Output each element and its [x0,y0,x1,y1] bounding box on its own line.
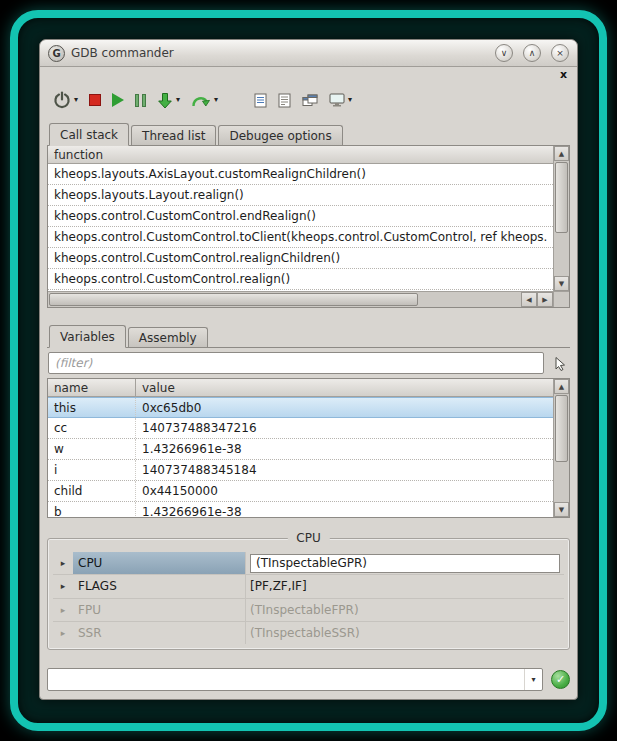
cpu-groupbox: CPU ▸ CPU ▸ FLAGS [PF,ZF,IF] [47,538,570,650]
callstack-row[interactable]: kheops.control.CustomControl.toClient(kh… [48,227,553,248]
windows-icon [302,94,318,107]
scroll-down-button[interactable]: ▼ [554,502,569,517]
column-header-function: function [48,146,109,163]
scrollbar-thumb[interactable] [555,162,568,233]
callstack-vertical-scrollbar[interactable]: ▲ ▼ [553,146,569,291]
command-input[interactable] [48,669,524,690]
expander-icon[interactable]: ▸ [53,599,73,621]
register-value-cell [245,552,564,574]
step-over-button[interactable]: ▾ [191,93,218,108]
variable-value: 1.43266961e-38 [136,502,553,517]
register-row[interactable]: ▸ CPU [53,552,564,575]
scrollbar-thumb[interactable] [49,293,418,306]
dock-close-button[interactable]: x [560,69,570,80]
source-document-button[interactable] [254,93,267,108]
display-button[interactable]: ▾ [329,93,352,107]
scroll-left-button[interactable]: ◀ [521,292,537,307]
callstack-row[interactable]: kheops.layouts.Layout.realign() [48,185,553,206]
document-lines-icon [278,93,291,108]
play-icon [112,93,124,107]
tab-thread-list[interactable]: Thread list [131,125,216,145]
chevron-down-icon: ▾ [531,675,535,684]
inspect-tabbar: Variables Assembly [47,324,570,348]
stop-icon [89,94,101,106]
dock-header: x [47,67,570,82]
scroll-right-button[interactable]: ▶ [537,292,553,307]
step-over-icon [191,93,211,108]
variable-value: 140737488345184 [136,460,553,480]
window-glow-frame: G GDB commander ∨ ∧ × x ▾ [10,10,607,731]
register-row[interactable]: ▸ SSR (TInspectableSSR) [53,622,564,644]
debug-toolbar: ▾ ▾ [47,82,570,122]
callstack-row[interactable]: kheops.control.CustomControl.endRealign(… [48,206,553,227]
close-button[interactable]: × [551,44,569,62]
expander-icon[interactable]: ▸ [53,622,73,644]
expander-icon[interactable]: ▸ [53,575,73,597]
pointer-edit-button[interactable] [551,354,569,372]
panel-splitter[interactable] [47,518,570,530]
register-name: CPU [73,552,245,574]
variable-row[interactable]: i 140737488345184 [48,460,553,481]
stop-button[interactable] [89,94,101,106]
panel-splitter[interactable] [47,308,570,324]
run-button[interactable] [112,93,124,107]
command-combobox[interactable]: ▾ [47,668,543,691]
power-button[interactable]: ▾ [53,91,78,109]
window-title: GDB commander [71,46,174,60]
client-area: x ▾ [40,67,577,699]
scroll-down-button[interactable]: ▼ [554,276,569,291]
maximize-button[interactable]: ∧ [523,44,541,62]
step-into-button[interactable]: ▾ [157,92,180,109]
callstack-row[interactable]: kheops.control.CustomControl.realign() [48,269,553,290]
scroll-up-button[interactable]: ▲ [554,379,569,394]
close-icon: × [556,49,564,58]
scrollbar-thumb[interactable] [555,395,568,462]
cpu-register-list: ▸ CPU ▸ FLAGS [PF,ZF,IF] ▸ [53,552,564,644]
variables-vertical-scrollbar[interactable]: ▲ ▼ [553,379,569,517]
chevron-down-icon: ▾ [214,96,218,104]
variable-name: child [48,481,136,501]
pause-button[interactable] [135,94,146,107]
titlebar[interactable]: G GDB commander ∨ ∧ × [40,40,577,67]
execute-button[interactable]: ✓ [551,670,570,689]
scroll-up-button[interactable]: ▲ [554,146,569,161]
variable-row[interactable]: cc 140737488347216 [48,418,553,439]
register-value-field[interactable] [250,554,560,573]
tab-debugee-options[interactable]: Debugee options [218,125,342,145]
callstack-horizontal-scrollbar[interactable]: ◀ ▶ [48,291,569,307]
tab-call-stack[interactable]: Call stack [49,123,129,146]
desktop-background: G GDB commander ∨ ∧ × x ▾ [0,0,617,741]
register-row[interactable]: ▸ FLAGS [PF,ZF,IF] [53,575,564,598]
variable-name: this [48,398,136,417]
minimize-button[interactable]: ∨ [495,44,513,62]
scrollbar-track[interactable] [48,292,521,307]
register-value: [PF,ZF,IF] [245,575,564,597]
pointer-icon [553,356,568,371]
variable-value: 0x44150000 [136,481,553,501]
variable-value: 1.43266961e-38 [136,439,553,459]
filter-row [47,348,570,378]
expander-icon[interactable]: ▸ [53,552,73,574]
variable-row[interactable]: w 1.43266961e-38 [48,439,553,460]
variable-row[interactable]: this 0xc65db0 [48,397,553,418]
log-document-button[interactable] [278,93,291,108]
filter-input[interactable] [48,352,544,374]
callstack-row[interactable]: kheops.layouts.AxisLayout.customRealignC… [48,164,553,185]
variable-row[interactable]: b 1.43266961e-38 [48,502,553,517]
scrollbar-corner [553,292,569,307]
tab-variables[interactable]: Variables [49,325,126,348]
combo-dropdown-button[interactable]: ▾ [524,669,542,690]
variable-row[interactable]: child 0x44150000 [48,481,553,502]
minimize-icon: ∨ [501,49,508,58]
register-row[interactable]: ▸ FPU (TInspectableFPR) [53,599,564,622]
callstack-row[interactable]: kheops.control.CustomControl.realignChil… [48,248,553,269]
variable-name: b [48,502,136,517]
maximize-icon: ∧ [529,49,536,58]
step-into-icon [157,92,173,109]
tab-assembly[interactable]: Assembly [128,327,208,347]
check-icon: ✓ [556,674,565,685]
scrollbar-track[interactable] [554,161,569,276]
scrollbar-track[interactable] [554,394,569,502]
windows-button[interactable] [302,94,318,107]
command-row: ▾ ✓ [47,667,570,691]
